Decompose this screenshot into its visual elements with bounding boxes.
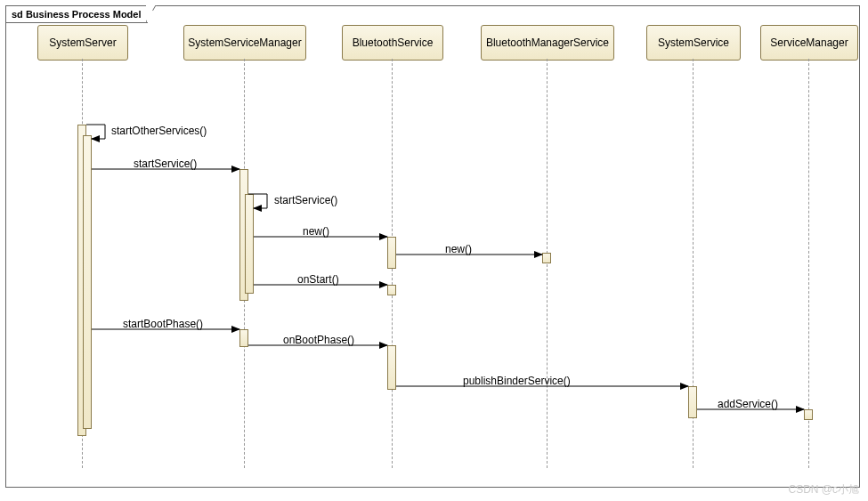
msg-publishbinderservice: publishBinderService() xyxy=(463,375,571,387)
activation-sm xyxy=(804,409,813,420)
activation-bt-2 xyxy=(387,345,396,390)
sequence-frame: sd Business Process Model xyxy=(5,5,860,488)
lifeline-head-bluetoothmanagerservice: BluetoothManagerService xyxy=(481,25,614,61)
activation-bms xyxy=(542,253,551,263)
msg-onbootphase: onBootPhase() xyxy=(283,334,354,346)
msg-startservice-2: startService() xyxy=(274,194,337,206)
msg-new-1: new() xyxy=(303,225,329,238)
lifeline-head-systemservice: SystemService xyxy=(646,25,741,61)
lifeline-head-systemservicemanager: SystemServiceManager xyxy=(183,25,306,61)
msg-startbootphase: startBootPhase() xyxy=(123,318,203,330)
msg-new-2: new() xyxy=(445,243,472,255)
lifeline-head-servicemanager: ServiceManager xyxy=(760,25,858,61)
frame-title-text: sd Business Process Model xyxy=(12,9,142,20)
activation-bt-1 xyxy=(387,237,396,269)
activation-systemserver-inner xyxy=(83,135,92,429)
lifeline-servicemanager xyxy=(808,59,809,468)
msg-addservice: addService() xyxy=(718,398,778,410)
lifeline-head-bluetoothservice: BluetoothService xyxy=(342,25,443,61)
activation-sysservice xyxy=(688,386,697,418)
lifeline-bluetoothmanagerservice xyxy=(547,59,548,468)
watermark: CSDN @c小旭 xyxy=(788,482,859,497)
msg-startservice-1: startService() xyxy=(134,158,197,170)
activation-bt-onstart xyxy=(387,285,396,295)
activation-ssm-2 xyxy=(239,329,248,347)
msg-startotherservices: startOtherServices() xyxy=(111,125,207,137)
frame-title: sd Business Process Model xyxy=(5,5,148,23)
msg-onstart: onStart() xyxy=(297,273,339,286)
activation-ssm-inner xyxy=(245,194,254,294)
lifeline-head-systemserver: SystemServer xyxy=(37,25,128,61)
